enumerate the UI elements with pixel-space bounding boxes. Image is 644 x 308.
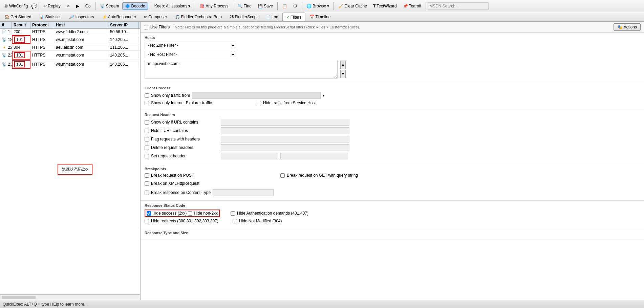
clipboard-button[interactable]: 📋 bbox=[279, 2, 290, 10]
fiddlerscript-icon: JS bbox=[230, 15, 234, 19]
clear-cache-button[interactable]: 🧹 Clear Cache bbox=[336, 2, 370, 10]
hide-non2xx-checkbox[interactable] bbox=[188, 211, 192, 216]
break-xml-checkbox[interactable] bbox=[145, 181, 149, 186]
horizontal-scrollbar[interactable] bbox=[0, 294, 140, 300]
hide-not-modified-label[interactable]: Hide Not Modified (304) bbox=[239, 219, 282, 223]
use-filters-checkbox[interactable] bbox=[144, 25, 148, 29]
flag-requests-input[interactable] bbox=[221, 136, 349, 142]
tab-autoresponder[interactable]: ⚡ AutoResponder bbox=[98, 12, 140, 21]
go-button[interactable]: Go bbox=[83, 2, 93, 10]
orchestra-icon: 🎵 bbox=[175, 15, 180, 19]
tab-inspectors[interactable]: 🔎 Inspectors bbox=[65, 12, 98, 21]
tab-log[interactable]: 📄 Log bbox=[262, 12, 282, 21]
hide-success-label[interactable]: Hide success (2xx) bbox=[152, 211, 187, 216]
save-button[interactable]: 💾 Save bbox=[255, 2, 276, 10]
break-xml-label[interactable]: Break on XMLHttpRequest bbox=[151, 181, 199, 186]
set-req-header-value-input[interactable] bbox=[280, 153, 348, 159]
flag-requests-row: Flag requests with headers bbox=[145, 136, 640, 142]
any-process-button[interactable]: 🎯 Any Process bbox=[197, 2, 231, 10]
break-response-checkbox[interactable] bbox=[145, 191, 149, 195]
hide-not-modified-checkbox[interactable] bbox=[233, 219, 237, 223]
table-row[interactable]: 📡 182 101 HTTPS ws.mmstat.com 140.205... bbox=[0, 35, 140, 44]
table-row[interactable]: 📄 1 200 HTTPS www.fiddler2.com 50.56.19.… bbox=[0, 29, 140, 35]
separator9 bbox=[426, 2, 426, 10]
hide-service-checkbox[interactable] bbox=[257, 101, 261, 105]
timer-button[interactable]: ⏱ bbox=[291, 2, 300, 10]
hide-url-checkbox[interactable] bbox=[145, 129, 149, 133]
page-icon: 📄 bbox=[2, 29, 7, 34]
show-ie-checkbox[interactable] bbox=[145, 101, 149, 105]
hide-auth-label[interactable]: Hide Authentication demands (401,407) bbox=[237, 211, 308, 216]
show-url-input[interactable] bbox=[221, 119, 349, 126]
stream-button[interactable]: 📡 Stream bbox=[97, 2, 122, 10]
browse-button[interactable]: 🌐 Browse ▾ bbox=[304, 2, 332, 10]
table-row[interactable]: 📡 239 101 HTTPS ws.mmstat.com 140.205... bbox=[0, 60, 140, 69]
zone-filter-select[interactable]: - No Zone Filter - bbox=[145, 42, 236, 49]
winconfig-button[interactable]: 🖥 WinConfig bbox=[1, 2, 30, 10]
break-post-label[interactable]: Break request on POST bbox=[151, 173, 194, 178]
close-x-button[interactable]: ✕ bbox=[64, 2, 73, 10]
host-filter-select[interactable]: - No Host Filter - bbox=[145, 51, 236, 58]
show-only-from-label[interactable]: Show only traffic from bbox=[151, 93, 190, 98]
show-url-label[interactable]: Show only if URL contains bbox=[151, 120, 219, 125]
hide-url-input[interactable] bbox=[221, 127, 349, 134]
hide-redirects-checkbox[interactable] bbox=[145, 219, 149, 223]
tab-filters[interactable]: ✓ Filters bbox=[282, 13, 305, 21]
find-button[interactable]: 🔍 Find bbox=[235, 2, 254, 10]
break-response-label[interactable]: Break response on Content-Type bbox=[151, 190, 211, 195]
hosts-textarea[interactable]: rm.api.weibo.com; bbox=[145, 60, 338, 79]
text-wizard-icon: T bbox=[373, 4, 375, 8]
delete-req-headers-label[interactable]: Delete request headers bbox=[151, 145, 219, 150]
statistics-icon: 📊 bbox=[39, 15, 44, 19]
response-status-section: Response Status Code Hide success (2xx) … bbox=[141, 201, 644, 228]
msdn-search-input[interactable] bbox=[428, 2, 489, 10]
break-get-row: Break request on GET with query string bbox=[280, 173, 358, 178]
set-req-header-checkbox[interactable] bbox=[145, 154, 149, 158]
hide-redirects-label[interactable]: Hide redirects (300,301,302,303,307) bbox=[151, 219, 218, 223]
textarea-scroll-up[interactable]: ▲ bbox=[340, 61, 346, 69]
show-ie-label[interactable]: Show only Internet Explorer traffic bbox=[151, 101, 212, 105]
delete-req-headers-checkbox[interactable] bbox=[145, 146, 149, 150]
text-wizard-button[interactable]: T TextWizard bbox=[370, 2, 400, 10]
actions-button[interactable]: 🎭 Actions bbox=[614, 23, 641, 31]
break-get-checkbox[interactable] bbox=[280, 173, 285, 178]
dropdown-arrow: ▾ bbox=[323, 93, 325, 98]
session-serverip: 140.205... bbox=[108, 52, 139, 58]
hide-success-checkbox[interactable] bbox=[147, 211, 151, 216]
set-req-header-name-input[interactable] bbox=[221, 153, 278, 159]
log-icon: 📄 bbox=[265, 15, 271, 19]
session-num: 📡 239 bbox=[0, 61, 12, 67]
break-post-checkbox[interactable] bbox=[145, 173, 149, 178]
tab-composer[interactable]: ✏ Composer bbox=[140, 12, 171, 21]
tab-fiddler-orchestra[interactable]: 🎵 Fiddler Orchestra Beta bbox=[171, 12, 226, 21]
response-type-title: Response Type and Size bbox=[145, 231, 640, 235]
delete-req-headers-input[interactable] bbox=[221, 144, 349, 151]
tearoff-button[interactable]: 📌 Tearoff bbox=[400, 2, 424, 10]
keep-sessions-button[interactable]: Keep: All sessions ▾ bbox=[152, 2, 193, 10]
set-req-header-label[interactable]: Set request header bbox=[151, 154, 219, 158]
play-button[interactable]: ▶ bbox=[73, 2, 82, 10]
tab-fiddlerscript[interactable]: JS FiddlerScript bbox=[226, 12, 261, 21]
flag-requests-label[interactable]: Flag requests with headers bbox=[151, 137, 219, 141]
break-response-input[interactable] bbox=[213, 189, 274, 196]
tab-get-started[interactable]: 🏠 Get Started bbox=[1, 12, 35, 21]
show-only-from-input[interactable] bbox=[192, 92, 321, 99]
table-row[interactable]: 🔸 222 304 HTTPS aeu.alicdn.com 111.206..… bbox=[0, 44, 140, 51]
hide-url-label[interactable]: Hide if URL contains bbox=[151, 128, 219, 133]
decode-button[interactable]: 🔷 Decode bbox=[122, 2, 148, 10]
textarea-scroll-down[interactable]: ▼ bbox=[340, 70, 346, 78]
hide-service-label[interactable]: Hide traffic from Service Host bbox=[263, 101, 316, 105]
show-only-from-checkbox[interactable] bbox=[145, 93, 149, 98]
flag-requests-checkbox[interactable] bbox=[145, 137, 149, 141]
filters-top-bar: Use Filters Note: Filters on this page a… bbox=[141, 22, 644, 33]
hide-auth-checkbox[interactable] bbox=[231, 211, 235, 216]
use-filters-label[interactable]: Use Filters bbox=[150, 25, 170, 29]
tab-statistics[interactable]: 📊 Statistics bbox=[35, 12, 65, 21]
session-result: 101 bbox=[12, 60, 30, 69]
show-url-checkbox[interactable] bbox=[145, 120, 149, 125]
tab-timeline[interactable]: 📅 Timeline bbox=[306, 12, 335, 21]
hide-non2xx-label[interactable]: Hide non-2xx bbox=[194, 211, 218, 216]
break-get-label[interactable]: Break request on GET with query string bbox=[287, 173, 358, 178]
replay-button[interactable]: ↩ Replay bbox=[41, 2, 63, 10]
table-row[interactable]: 📡 223 101 HTTPS ws.mmstat.com 140.205... bbox=[0, 51, 140, 60]
